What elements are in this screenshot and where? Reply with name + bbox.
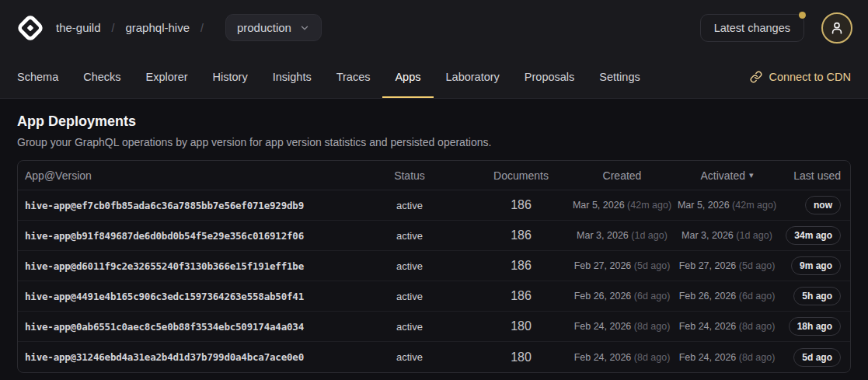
- last-used-badge: 9m ago: [791, 256, 841, 275]
- last-used-badge: 18h ago: [789, 317, 841, 336]
- user-icon: [829, 20, 845, 36]
- sort-descending-icon: ▾: [749, 171, 754, 180]
- tab-checks[interactable]: Checks: [71, 55, 133, 98]
- activated-cell: Mar 5, 2026 (42m ago): [675, 200, 779, 211]
- tab-apps[interactable]: Apps: [382, 55, 433, 98]
- created-cell: Feb 24, 2026 (8d ago): [570, 352, 675, 363]
- column-header-last-used[interactable]: Last used: [779, 169, 850, 182]
- created-relative: (6d ago): [634, 291, 671, 302]
- created-relative: (8d ago): [634, 321, 671, 332]
- breadcrumb-org[interactable]: the-guild: [56, 21, 101, 34]
- documents-count-cell: 180: [472, 350, 570, 364]
- column-header-documents[interactable]: Documents: [472, 169, 570, 182]
- table-row[interactable]: hive-app@d6011f9c2e32655240f3130b366e15f…: [18, 251, 850, 281]
- created-date: Feb 24, 2026: [574, 321, 632, 332]
- breadcrumb-separator: /: [112, 22, 115, 34]
- target-selector[interactable]: production: [225, 14, 322, 41]
- activated-date: Feb 27, 2026: [679, 260, 737, 271]
- created-date: Mar 3, 2026: [577, 230, 629, 241]
- tab-proposals[interactable]: Proposals: [512, 55, 587, 98]
- column-header-created[interactable]: Created: [570, 169, 675, 182]
- last-used-cell: 9m ago: [779, 256, 850, 275]
- created-relative: (5d ago): [634, 260, 671, 271]
- status-cell: active: [347, 230, 472, 242]
- created-cell: Feb 26, 2026 (6d ago): [570, 291, 675, 302]
- breadcrumb-project[interactable]: graphql-hive: [125, 21, 190, 34]
- activated-relative: (5d ago): [739, 260, 776, 271]
- last-used-cell: now: [779, 196, 850, 214]
- tab-history[interactable]: History: [200, 55, 260, 98]
- connect-to-cdn-label: Connect to CDN: [769, 71, 851, 83]
- app-version-cell[interactable]: hive-app@b91f849687de6d0bd0b54f5e29e356c…: [18, 230, 347, 242]
- main-content: App Deployments Group your GraphQL opera…: [0, 99, 868, 373]
- activated-date: Feb 24, 2026: [679, 352, 737, 363]
- documents-count-cell: 186: [472, 228, 570, 242]
- created-cell: Mar 3, 2026 (1d ago): [570, 230, 675, 241]
- target-selector-value: production: [237, 21, 291, 34]
- created-date: Feb 26, 2026: [574, 291, 632, 302]
- notification-dot: [799, 12, 806, 19]
- last-used-cell: 5h ago: [779, 287, 850, 305]
- last-used-badge: 5d ago: [793, 348, 841, 367]
- app-version-cell[interactable]: hive-app@31246ebd4a31ea2b4d1d37b799d0a4b…: [18, 351, 347, 363]
- created-date: Feb 27, 2026: [574, 260, 632, 271]
- table-row[interactable]: hive-app@0ab6551c0aec8c5e0b88f3534ebc509…: [18, 312, 850, 342]
- app-version-cell[interactable]: hive-app@d6011f9c2e32655240f3130b366e15f…: [18, 260, 347, 272]
- activated-cell: Feb 24, 2026 (8d ago): [675, 352, 779, 363]
- created-cell: Feb 27, 2026 (5d ago): [570, 260, 675, 271]
- column-header-app-version[interactable]: App@Version: [18, 169, 347, 182]
- activated-cell: Feb 24, 2026 (8d ago): [675, 321, 779, 332]
- table-body: hive-app@ef7cb0fb85ada6c36a7885bb7e56ef0…: [18, 190, 850, 372]
- status-cell: active: [347, 260, 472, 272]
- activated-cell: Feb 27, 2026 (5d ago): [675, 260, 779, 271]
- connect-to-cdn-link[interactable]: Connect to CDN: [737, 55, 863, 98]
- table-row[interactable]: hive-app@b91f849687de6d0bd0b54f5e29e356c…: [18, 221, 850, 251]
- created-cell: Mar 5, 2026 (42m ago): [570, 200, 675, 211]
- activated-relative: (1d ago): [736, 230, 772, 241]
- user-avatar[interactable]: [821, 12, 852, 44]
- tab-traces[interactable]: Traces: [324, 55, 383, 98]
- app-version-cell[interactable]: hive-app@4491e4b165c906c3edc1597364263e5…: [18, 291, 347, 302]
- app-version-cell[interactable]: hive-app@0ab6551c0aec8c5e0b88f3534ebc509…: [18, 321, 347, 333]
- created-relative: (8d ago): [634, 352, 671, 363]
- latest-changes-button[interactable]: Latest changes: [700, 14, 804, 42]
- page-title: App Deployments: [17, 113, 851, 130]
- tab-settings[interactable]: Settings: [587, 55, 652, 98]
- tab-insights[interactable]: Insights: [260, 55, 324, 98]
- chevron-down-icon: [299, 23, 310, 33]
- last-used-badge: 5h ago: [793, 287, 841, 305]
- last-used-cell: 5d ago: [779, 348, 850, 367]
- column-header-activated[interactable]: Activated ▾: [675, 169, 779, 182]
- created-date: Mar 5, 2026: [573, 200, 625, 211]
- tab-explorer[interactable]: Explorer: [134, 55, 200, 98]
- activated-date: Feb 24, 2026: [679, 321, 737, 332]
- last-used-cell: 34m ago: [779, 226, 850, 245]
- target-nav-tabs: SchemaChecksExplorerHistoryInsightsTrace…: [0, 55, 868, 98]
- activated-date: Feb 26, 2026: [679, 291, 737, 302]
- activated-date: Mar 3, 2026: [682, 230, 734, 241]
- top-bar: the-guild / graphql-hive / production La…: [0, 0, 868, 99]
- app-version-cell[interactable]: hive-app@ef7cb0fb85ada6c36a7885bb7e56ef0…: [18, 200, 347, 211]
- table-row[interactable]: hive-app@ef7cb0fb85ada6c36a7885bb7e56ef0…: [18, 190, 850, 221]
- activated-date: Mar 5, 2026: [678, 200, 730, 211]
- tab-laboratory[interactable]: Laboratory: [434, 55, 512, 98]
- table-row[interactable]: hive-app@4491e4b165c906c3edc1597364263e5…: [18, 281, 850, 312]
- documents-count-cell: 186: [472, 259, 570, 273]
- created-relative: (1d ago): [631, 230, 668, 241]
- created-relative: (42m ago): [627, 200, 671, 211]
- status-cell: active: [347, 321, 472, 333]
- activated-cell: Feb 26, 2026 (6d ago): [675, 291, 779, 302]
- hive-logo-icon[interactable]: [16, 13, 45, 43]
- activated-relative: (42m ago): [732, 200, 776, 211]
- page-description: Group your GraphQL operations by app ver…: [17, 136, 851, 148]
- documents-count-cell: 180: [472, 319, 570, 333]
- documents-count-cell: 186: [472, 289, 570, 303]
- column-header-status[interactable]: Status: [347, 169, 472, 182]
- breadcrumb-bar: the-guild / graphql-hive / production La…: [0, 0, 868, 55]
- app-deployments-table: App@Version Status Documents Created Act…: [17, 160, 851, 373]
- activated-relative: (6d ago): [739, 291, 776, 302]
- table-row[interactable]: hive-app@31246ebd4a31ea2b4d1d37b799d0a4b…: [18, 342, 850, 372]
- link-icon: [750, 71, 762, 83]
- column-header-activated-label: Activated: [700, 169, 745, 182]
- tab-schema[interactable]: Schema: [5, 55, 71, 98]
